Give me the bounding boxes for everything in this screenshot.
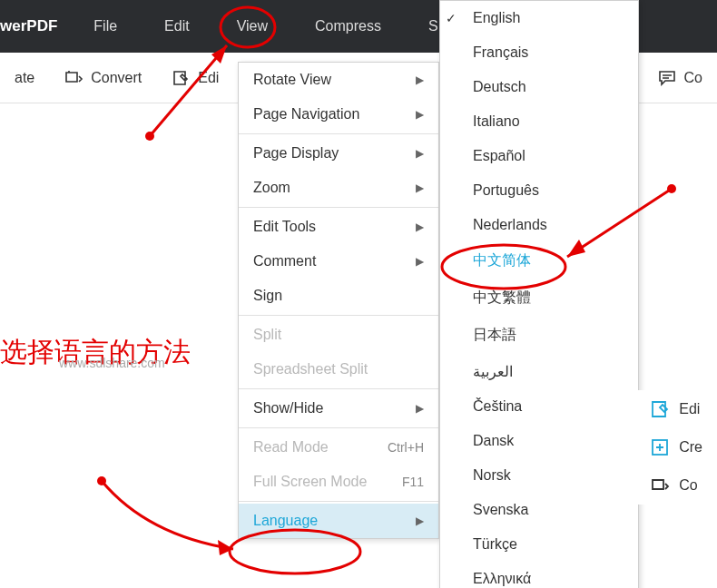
view-dropdown-menu: Rotate View▶Page Navigation▶Page Display…: [238, 62, 439, 539]
menu-item-label: Zoom: [253, 180, 290, 196]
menu-file[interactable]: File: [70, 0, 141, 53]
menu-compress[interactable]: Compress: [291, 0, 405, 53]
menu-item-label: Comment: [253, 253, 316, 270]
convert-icon: [64, 68, 83, 88]
view-menu-sign[interactable]: Sign: [239, 279, 438, 313]
language-option[interactable]: Türkçe: [440, 527, 638, 562]
language-option[interactable]: Deutsch: [440, 70, 638, 104]
view-menu-show/hide[interactable]: Show/Hide▶: [239, 391, 438, 426]
view-menu-comment[interactable]: Comment▶: [239, 244, 438, 279]
menu-item-label: Language: [253, 513, 318, 529]
submenu-arrow-icon: ▶: [416, 108, 424, 121]
plus-box-icon: [650, 437, 670, 457]
watermark-text: www.sdlshare.com: [59, 356, 165, 370]
view-menu-page-navigation[interactable]: Page Navigation▶: [239, 97, 438, 132]
menu-separator: [239, 427, 438, 428]
create-label: ate: [15, 70, 34, 86]
language-option[interactable]: العربية: [440, 354, 638, 389]
language-option[interactable]: Español: [440, 139, 638, 173]
side-create[interactable]: Cre: [635, 428, 717, 466]
menu-item-label: Rotate View: [253, 72, 331, 88]
language-option[interactable]: Français: [440, 35, 638, 70]
submenu-arrow-icon: ▶: [416, 402, 424, 415]
language-option[interactable]: 中文简体: [440, 242, 638, 279]
submenu-arrow-icon: ▶: [416, 220, 424, 233]
menu-item-label: Sign: [253, 288, 282, 304]
language-option[interactable]: 中文繁體: [440, 279, 638, 317]
view-menu-zoom[interactable]: Zoom▶: [239, 171, 438, 205]
comment-label: Co: [684, 70, 702, 86]
language-option[interactable]: Dansk: [440, 424, 638, 458]
menu-shortcut: Ctrl+H: [388, 440, 424, 455]
menu-separator: [239, 315, 438, 316]
menu-separator: [239, 133, 438, 134]
menu-separator: [239, 501, 438, 502]
language-option[interactable]: Português: [440, 173, 638, 208]
view-menu-page-display[interactable]: Page Display▶: [239, 136, 438, 171]
view-menu-edit-tools[interactable]: Edit Tools▶: [239, 210, 438, 244]
menu-view[interactable]: View: [213, 0, 291, 53]
view-menu-language[interactable]: Language▶: [239, 504, 438, 538]
app-title: werPDF: [0, 17, 70, 35]
toolbar-comment[interactable]: Co: [643, 68, 717, 88]
svg-point-4: [145, 132, 154, 141]
view-menu-split: Split: [239, 318, 438, 352]
language-option[interactable]: Nederlands: [440, 208, 638, 242]
menu-separator: [239, 388, 438, 389]
language-option[interactable]: Svenska: [440, 493, 638, 527]
submenu-arrow-icon: ▶: [416, 514, 424, 527]
side-convert-label: Co: [679, 477, 697, 494]
menu-item-label: Read Mode: [253, 439, 329, 456]
convert-box-icon: [650, 475, 670, 495]
side-create-label: Cre: [679, 439, 702, 456]
language-option[interactable]: English: [440, 1, 638, 35]
menu-shortcut: F11: [402, 475, 424, 489]
view-menu-read-mode: Read ModeCtrl+H: [239, 430, 438, 465]
view-menu-full-screen-mode: Full Screen ModeF11: [239, 465, 438, 499]
comment-icon: [657, 68, 677, 88]
view-menu-spreadsheet-split: Spreadsheet Split: [239, 352, 438, 387]
svg-point-11: [667, 184, 676, 193]
submenu-arrow-icon: ▶: [416, 181, 424, 194]
menu-item-label: Full Screen Mode: [253, 474, 367, 490]
convert-label: Convert: [91, 70, 142, 86]
language-option[interactable]: Čeština: [440, 389, 638, 424]
svg-marker-6: [218, 540, 233, 555]
toolbar-create[interactable]: ate: [0, 70, 49, 86]
side-convert[interactable]: Co: [635, 466, 717, 505]
svg-point-7: [97, 476, 106, 485]
menu-item-label: Split: [253, 327, 281, 343]
submenu-arrow-icon: ▶: [416, 255, 424, 268]
menu-item-label: Page Display: [253, 145, 339, 162]
view-menu-rotate-view[interactable]: Rotate View▶: [239, 63, 438, 97]
edit-label: Edi: [198, 70, 219, 86]
language-option[interactable]: Norsk: [440, 458, 638, 493]
language-option[interactable]: Ελληνικά: [440, 562, 638, 588]
menu-s-partial[interactable]: S: [405, 0, 438, 53]
submenu-arrow-icon: ▶: [416, 147, 424, 160]
annotation-arrow-to-language: [93, 472, 247, 563]
menu-item-label: Spreadsheet Split: [253, 361, 368, 377]
menu-edit[interactable]: Edit: [141, 0, 213, 53]
menu-item-label: Edit Tools: [253, 219, 316, 235]
language-option[interactable]: Italiano: [440, 104, 638, 139]
side-edit[interactable]: Edi: [635, 390, 717, 428]
language-submenu: EnglishFrançaisDeutschItalianoEspañolPor…: [439, 0, 639, 588]
menu-item-label: Page Navigation: [253, 106, 359, 122]
side-panel: Edi Cre Co: [635, 390, 717, 505]
menu-separator: [239, 207, 438, 208]
menu-item-label: Show/Hide: [253, 400, 323, 416]
edit-icon: [171, 68, 191, 88]
side-edit-label: Edi: [679, 401, 700, 417]
toolbar-edit[interactable]: Edi: [156, 68, 233, 88]
language-option[interactable]: 日本語: [440, 317, 638, 354]
submenu-arrow-icon: ▶: [416, 74, 424, 86]
edit-pencil-icon: [650, 399, 670, 419]
toolbar-convert[interactable]: Convert: [49, 68, 156, 88]
